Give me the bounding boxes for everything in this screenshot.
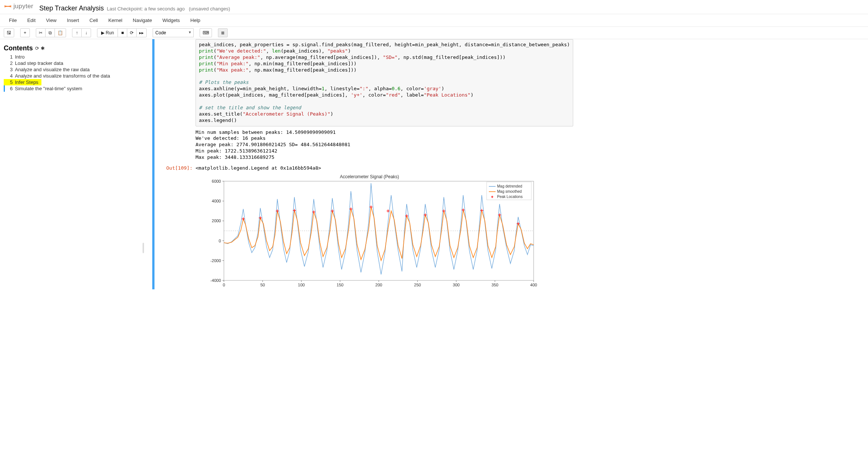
svg-text:Mag detrended: Mag detrended — [497, 184, 522, 188]
toc-sidebar: Contents ⟳ ✱ 1Intro 2Load step tracker d… — [0, 39, 142, 456]
svg-text:300: 300 — [453, 283, 459, 287]
chart-output: Accelerometer Signal (Peaks)-4000-200002… — [196, 171, 537, 289]
restart-run-all-button[interactable]: ▸▸ — [136, 28, 147, 37]
svg-text:4000: 4000 — [212, 199, 221, 203]
menu-file[interactable]: File — [4, 15, 22, 25]
gear-icon[interactable]: ✱ — [41, 45, 45, 51]
menu-bar: File Edit View Insert Cell Kernel Naviga… — [0, 14, 868, 27]
toc-item-transforms[interactable]: 4Analyze and visualize transforms of the… — [4, 73, 138, 79]
sidebar-splitter[interactable] — [142, 39, 145, 456]
svg-text:400: 400 — [530, 283, 537, 287]
stdout-prompt — [154, 126, 196, 164]
toc-toggle-button[interactable]: ≣ — [218, 28, 228, 37]
svg-text:2000: 2000 — [212, 219, 221, 223]
toc-list: 1Intro 2Load step tracker data 3Analyze … — [4, 54, 138, 92]
move-down-button[interactable]: ↓ — [81, 28, 91, 37]
restart-icon: ⟳ — [130, 30, 134, 35]
toc-item-raw[interactable]: 3Analyze and visualize the raw data — [4, 66, 138, 73]
toolbar: 🖫 + ✂ ⧉ 📋 ↑ ↓ ▶ Run ■ ⟳ ▸▸ Code ⌨ ≣ — [0, 27, 868, 39]
code-editor[interactable]: peak_indices, peak_properties = sp.signa… — [196, 39, 573, 126]
svg-text:50: 50 — [260, 283, 265, 287]
menu-widgets[interactable]: Widgets — [157, 15, 185, 25]
toc-item-intro[interactable]: 1Intro — [4, 54, 138, 60]
cut-icon: ✂ — [39, 30, 43, 35]
svg-text:150: 150 — [337, 283, 343, 287]
svg-text:0: 0 — [219, 239, 221, 243]
input-prompt — [154, 39, 196, 126]
menu-help[interactable]: Help — [185, 15, 206, 25]
svg-text:-2000: -2000 — [210, 258, 221, 263]
move-up-button[interactable]: ↑ — [72, 28, 82, 37]
command-palette-button[interactable]: ⌨ — [200, 28, 212, 37]
jupyter-icon — [4, 2, 12, 10]
svg-text:200: 200 — [375, 283, 382, 287]
svg-text:0: 0 — [223, 283, 225, 287]
svg-text:350: 350 — [491, 283, 498, 287]
svg-text:Peak Locations: Peak Locations — [497, 195, 522, 199]
toc-title-text: Contents — [4, 44, 33, 52]
celltype-select[interactable]: Code — [153, 28, 194, 37]
save-icon: 🖫 — [7, 30, 11, 35]
stdout-output: Min num samples between peaks: 14.509090… — [196, 126, 350, 164]
toc-item-load[interactable]: 2Load step tracker data — [4, 60, 138, 66]
paste-button[interactable]: 📋 — [54, 28, 66, 37]
checkpoint-time: a few seconds ago — [144, 6, 185, 12]
menu-view[interactable]: View — [41, 15, 62, 25]
keyboard-icon: ⌨ — [203, 30, 209, 35]
fast-forward-icon: ▸▸ — [139, 30, 144, 35]
list-icon: ≣ — [221, 30, 225, 35]
save-button[interactable]: 🖫 — [4, 28, 14, 37]
notebook-header: jupyter Step Tracker Analysis Last Check… — [0, 0, 868, 14]
copy-button[interactable]: ⧉ — [45, 28, 55, 37]
output-repr: <matplotlib.legend.Legend at 0x1a16bb594… — [196, 164, 321, 171]
menu-insert[interactable]: Insert — [62, 15, 84, 25]
notebook-title[interactable]: Step Tracker Analysis — [39, 4, 104, 12]
jupyter-logo[interactable]: jupyter — [4, 2, 33, 10]
output-prompt: Out[109]: — [154, 164, 196, 171]
stop-button[interactable]: ■ — [118, 28, 127, 37]
menu-edit[interactable]: Edit — [22, 15, 41, 25]
restart-button[interactable]: ⟳ — [127, 28, 137, 37]
accelerometer-chart: Accelerometer Signal (Peaks)-4000-200002… — [202, 174, 537, 289]
svg-text:Mag smoothed: Mag smoothed — [497, 189, 522, 194]
add-cell-button[interactable]: + — [20, 28, 30, 37]
unsaved-label: (unsaved changes) — [189, 6, 230, 12]
svg-text:250: 250 — [414, 283, 421, 287]
code-cell[interactable]: peak_indices, peak_properties = sp.signa… — [152, 39, 861, 289]
run-button[interactable]: ▶ Run — [97, 28, 118, 37]
menu-cell[interactable]: Cell — [84, 15, 103, 25]
notebook-area: peak_indices, peak_properties = sp.signa… — [145, 39, 868, 456]
svg-text:100: 100 — [298, 283, 305, 287]
checkpoint-label: Last Checkpoint: — [107, 6, 143, 12]
jupyter-logo-text: jupyter — [13, 3, 33, 10]
toc-item-infer[interactable]: 5Infer Steps — [4, 79, 41, 85]
copy-icon: ⧉ — [49, 30, 52, 35]
svg-text:6000: 6000 — [212, 179, 221, 183]
main-area: Contents ⟳ ✱ 1Intro 2Load step tracker d… — [0, 39, 868, 456]
toc-heading: Contents ⟳ ✱ — [4, 44, 138, 52]
paste-icon: 📋 — [57, 30, 63, 35]
toc-item-simulate[interactable]: 6Simulate the "real-time" system — [4, 85, 138, 92]
checkpoint-text: Last Checkpoint: a few seconds ago (unsa… — [107, 6, 230, 12]
cut-button[interactable]: ✂ — [36, 28, 46, 37]
menu-navigate[interactable]: Navigate — [128, 15, 157, 25]
menu-kernel[interactable]: Kernel — [103, 15, 128, 25]
svg-text:-4000: -4000 — [210, 278, 221, 283]
svg-text:Accelerometer Signal (Peaks): Accelerometer Signal (Peaks) — [340, 174, 399, 179]
celltype-value: Code — [155, 30, 166, 35]
refresh-icon[interactable]: ⟳ — [35, 45, 39, 51]
